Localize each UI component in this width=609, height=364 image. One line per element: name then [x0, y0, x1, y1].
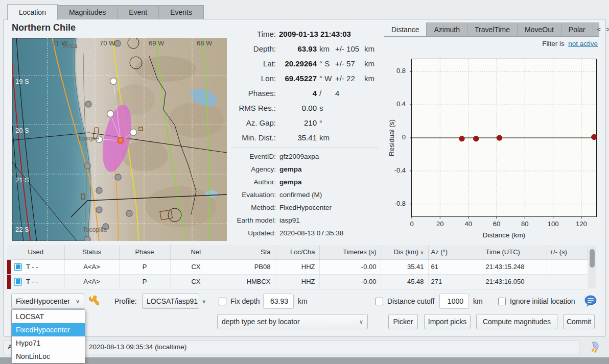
svg-text:20 S: 20 S — [15, 127, 29, 134]
tab-events[interactable]: Events — [159, 5, 204, 19]
mindist-value: 35.41 — [276, 133, 317, 142]
agency-label: Agency: — [231, 165, 276, 173]
cutoff-input[interactable] — [439, 294, 469, 309]
arrivals-header-row: Used Status Phase Net Sta Loc/Cha Timere… — [7, 245, 588, 259]
ignore-initial-location-checkbox[interactable] — [498, 298, 506, 305]
depth-unit-label: km — [298, 297, 308, 305]
used-flags: T - - — [26, 278, 38, 285]
plot-tab-distance[interactable]: Distance — [384, 22, 427, 36]
evaluation-value: confirmed (M) — [276, 191, 322, 199]
tab-scroll-left-icon[interactable]: < — [597, 26, 601, 33]
filter-link[interactable]: not active — [568, 40, 598, 47]
profile-label: Profile: — [114, 297, 137, 305]
svg-text:Arica: Arica — [63, 42, 78, 50]
used-checkbox[interactable] — [14, 278, 22, 286]
depth-input[interactable] — [263, 294, 294, 309]
locator-option-nonlinloc[interactable]: NonLinLoc — [12, 350, 85, 363]
evaluation-label: Evaluation: — [231, 191, 276, 199]
tab-magnitudes[interactable]: Magnitudes — [58, 5, 118, 19]
residual-plot[interactable] — [411, 59, 597, 217]
lat-value: 20.29264 — [276, 59, 317, 68]
residual-color-bar — [7, 260, 11, 274]
col-dis[interactable]: Dis (km)∨ — [381, 245, 428, 259]
col-used[interactable]: Used — [7, 245, 64, 259]
epicenter-marker[interactable] — [118, 138, 124, 143]
status-message-panel: A 2020-08-13 09:35:34 (localtime) — [3, 340, 579, 354]
lon-label: Lon: — [231, 74, 276, 83]
tab-scroll-buttons: < > — [593, 22, 609, 36]
tab-scroll-right-icon[interactable]: > — [606, 26, 609, 33]
comment-bubble-icon[interactable] — [583, 295, 598, 308]
locator-option-fixedhypocenter[interactable]: FixedHypocenter — [12, 323, 85, 336]
info-divider — [231, 148, 378, 148]
residual-color-bar — [7, 275, 11, 289]
plot-tab-traveltime[interactable]: TravelTime — [467, 22, 518, 36]
ignore-initial-location-label: Ignore initial location — [510, 297, 575, 305]
y-tick-label: 0.8 — [396, 67, 406, 75]
origin-rms-row: RMS Res.: 0.00 s — [231, 101, 380, 115]
map-lake-small — [205, 190, 218, 198]
updated-value: 2020-08-13 07:35:38 — [276, 229, 343, 237]
depth-type-select[interactable]: depth type set by locator ∨ — [217, 314, 368, 329]
col-az[interactable]: Az (°) — [428, 245, 483, 259]
updated-label: Updated: — [231, 229, 276, 237]
locator-dropdown-popup: LOCSAT FixedHypocenter Hypo71 NonLinLoc — [11, 309, 85, 363]
author-label: Author: — [231, 178, 276, 186]
x-tick-label: 120 — [571, 220, 592, 228]
origin-lat-row: Lat: 20.29264 ° S +/- 57 km — [231, 56, 380, 71]
x-tick-label: 0 — [402, 220, 422, 228]
region-map[interactable]: 71 W 70 W 69 W 68 W 19 S 20 S 21 S 22 S … — [12, 38, 226, 240]
y-tick-label: -0.4 — [394, 166, 406, 174]
origin-info: Time: 2009-01-13 21:43:03 Depth: 63.93 k… — [231, 27, 380, 145]
import-picks-button[interactable]: Import picks — [424, 314, 471, 329]
col-phase[interactable]: Phase — [119, 245, 170, 259]
event-details: EventID:gfz2009axpa Agency:gempa Author:… — [231, 150, 380, 239]
profile-select[interactable]: LOCSAT/iasp91 ∨ — [142, 294, 199, 309]
time-value: 2009-01-13 21:43:03 — [276, 30, 378, 38]
plot-ytick-labels: 0.80.40-0.4-0.8 — [388, 59, 408, 217]
method-value: FixedHypocenter — [276, 204, 332, 211]
compute-magnitudes-button[interactable]: Compute magnitudes — [476, 314, 557, 329]
connection-plug-icon[interactable] — [588, 339, 602, 354]
plot-tab-polar[interactable]: Polar — [561, 22, 593, 36]
fix-depth-checkbox[interactable] — [219, 298, 226, 305]
azgap-value: 210 — [276, 118, 317, 127]
col-timeres[interactable]: Timeres (s) — [319, 245, 381, 259]
x-tick-label: 100 — [543, 220, 564, 228]
arrival-row-pb08[interactable]: T - - A<A> P CX PB08 HHZ -0.00 35.41 61 … — [7, 259, 588, 274]
y-tick-label: 0 — [402, 133, 406, 141]
filter-status: Filter is not active — [460, 40, 598, 47]
table-scrollbar-thumb[interactable] — [590, 249, 595, 268]
cutoff-unit-label: km — [473, 297, 483, 305]
distance-cutoff-checkbox[interactable] — [376, 298, 383, 305]
col-sta[interactable]: Sta — [222, 245, 275, 259]
locator-option-hypo71[interactable]: Hypo71 — [12, 336, 85, 350]
locator-select[interactable]: FixedHypocenter ∨ — [11, 294, 84, 309]
svg-text:70 W: 70 W — [100, 39, 115, 47]
arrival-row-hmbcx[interactable]: T - - A<A> P CX HMBCX HHZ -0.00 45.48 27… — [7, 274, 588, 289]
tab-event-label: Event — [129, 8, 147, 16]
col-net[interactable]: Net — [170, 245, 222, 259]
used-checkbox[interactable] — [14, 263, 22, 271]
col-status[interactable]: Status — [64, 245, 119, 259]
picker-button[interactable]: Picker — [388, 314, 418, 329]
origin-depth-row: Depth: 63.93 km +/- 105 km — [231, 41, 380, 56]
locator-option-locsat[interactable]: LOCSAT — [12, 310, 85, 323]
tab-location[interactable]: Location — [7, 4, 58, 20]
col-loccha[interactable]: Loc/Cha — [275, 245, 319, 259]
col-err[interactable]: +/- (s) — [547, 245, 588, 259]
svg-text:22 S: 22 S — [15, 226, 29, 233]
table-scrollbar[interactable] — [589, 246, 596, 288]
time-label: Time: — [231, 30, 276, 38]
plot-tab-azimuth[interactable]: Azimuth — [427, 22, 467, 36]
x-tick-label: 60 — [486, 220, 507, 228]
tab-event[interactable]: Event — [118, 5, 159, 19]
plot-tab-moveout[interactable]: MoveOut — [518, 22, 561, 36]
locator-settings-wrench-icon[interactable] — [88, 296, 100, 308]
origin-mindist-row: Min. Dist.: 35.41 km — [231, 130, 380, 145]
col-time[interactable]: Time (UTC) — [483, 245, 547, 259]
svg-text:21 S: 21 S — [15, 176, 29, 184]
commit-button[interactable]: Commit — [563, 314, 595, 329]
agency-value: gempa — [276, 165, 302, 173]
lon-value: 69.45227 — [276, 74, 317, 83]
